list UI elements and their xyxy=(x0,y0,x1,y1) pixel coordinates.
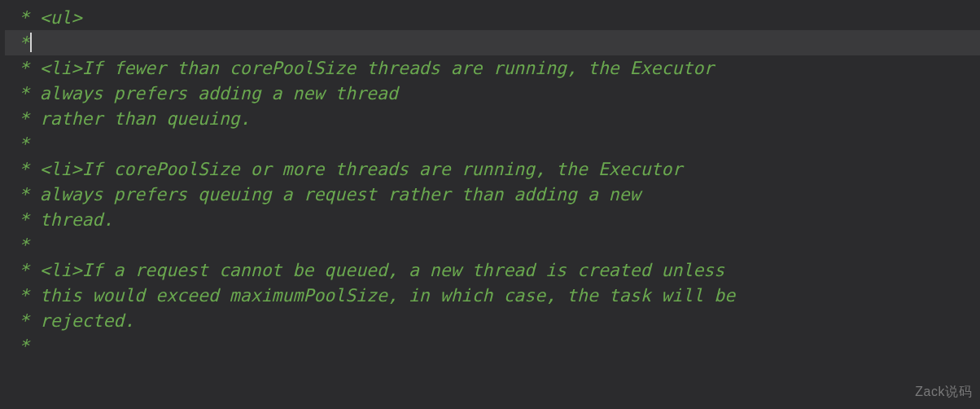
comment-star: * xyxy=(8,33,29,53)
code-line[interactable]: * <ul> xyxy=(5,5,980,30)
comment-text: this would exceed maximumPoolSize, in wh… xyxy=(40,285,735,306)
comment-star: * xyxy=(8,108,40,129)
comment-star: * xyxy=(8,83,40,103)
comment-star: * xyxy=(8,58,40,78)
javadoc-tag: <li> xyxy=(40,260,82,280)
comment-star: * xyxy=(8,209,40,230)
javadoc-tag: <li> xyxy=(40,58,82,78)
code-line[interactable]: * <li>If corePoolSize or more threads ar… xyxy=(5,156,980,182)
watermark: Zack说码 xyxy=(915,379,972,404)
code-line[interactable]: * rather than queuing. xyxy=(5,106,980,131)
code-line[interactable]: * <li>If fewer than corePoolSize threads… xyxy=(5,55,980,81)
comment-text: always prefers queuing a request rather … xyxy=(40,184,641,204)
comment-star: * xyxy=(8,235,29,255)
comment-text: If fewer than corePoolSize threads are r… xyxy=(82,58,715,78)
code-line[interactable]: * xyxy=(5,30,980,55)
comment-star: * xyxy=(8,184,40,204)
code-line[interactable]: * thread. xyxy=(5,207,980,232)
comment-star: * xyxy=(8,7,40,28)
code-line[interactable]: * always prefers queuing a request rathe… xyxy=(5,182,980,207)
comment-star: * xyxy=(8,159,40,179)
code-line[interactable]: * xyxy=(5,232,980,257)
comment-text: If a request cannot be queued, a new thr… xyxy=(82,260,725,280)
comment-star: * xyxy=(8,310,40,331)
code-line[interactable]: * <li>If a request cannot be queued, a n… xyxy=(5,257,980,283)
comment-star: * xyxy=(8,134,29,154)
code-editor[interactable]: * <ul> * * <li>If fewer than corePoolSiz… xyxy=(0,0,980,358)
comment-text: rejected. xyxy=(40,310,135,331)
javadoc-tag: <li> xyxy=(40,159,82,179)
javadoc-tag: <ul> xyxy=(40,7,82,28)
code-line[interactable]: * this would exceed maximumPoolSize, in … xyxy=(5,283,980,308)
comment-text: If corePoolSize or more threads are runn… xyxy=(82,159,683,179)
comment-star: * xyxy=(8,260,40,280)
code-line[interactable]: * xyxy=(5,333,980,358)
comment-star: * xyxy=(8,336,29,356)
code-line[interactable]: * xyxy=(5,131,980,156)
text-cursor xyxy=(30,33,32,52)
comment-star: * xyxy=(8,285,40,306)
comment-text: always prefers adding a new thread xyxy=(40,83,398,103)
comment-text: rather than queuing. xyxy=(40,108,251,129)
comment-text: thread. xyxy=(40,209,114,230)
code-line[interactable]: * always prefers adding a new thread xyxy=(5,81,980,106)
code-line[interactable]: * rejected. xyxy=(5,308,980,333)
